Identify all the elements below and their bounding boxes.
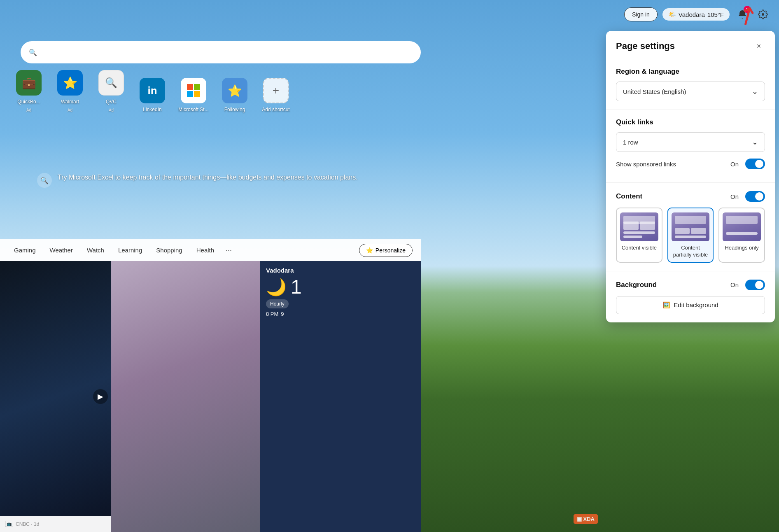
tab-health[interactable]: Health <box>191 243 220 257</box>
card1-source: 📺 CNBC · 1d <box>5 521 106 527</box>
content-option-visible[interactable]: Content visible <box>616 208 662 263</box>
tab-learning[interactable]: Learning <box>112 243 148 257</box>
line3 <box>675 236 707 238</box>
quick-link-add-label: Add shortcut <box>262 107 289 112</box>
sponsored-label: Show sponsored links <box>616 161 676 168</box>
quick-link-microsoft[interactable]: Microsoft St... <box>177 78 210 112</box>
svg-rect-3 <box>194 84 200 90</box>
vadodara-weather-icon: 🌙 <box>266 278 287 297</box>
weather-time-label: 8 PM <box>266 311 278 317</box>
panel-header: Page settings × <box>606 31 775 59</box>
region-label: Region & language <box>616 68 765 76</box>
line2 <box>623 236 642 238</box>
quick-link-walmart-sublabel: Ad <box>68 108 72 112</box>
vadodara-temp: 1 <box>291 277 302 297</box>
line4 <box>726 232 758 235</box>
header-bar: Sign in 🌤️ Vadodara 105°F 8 <box>0 0 779 29</box>
quick-links-dropdown[interactable]: 1 row ⌄ <box>616 132 765 152</box>
quick-link-linkedin-label: LinkedIn <box>143 107 161 112</box>
tab-shopping[interactable]: Shopping <box>150 243 188 257</box>
quickbo-icon: 💼 <box>16 70 42 96</box>
vadodara-title: Vadodara <box>266 267 415 274</box>
svg-rect-5 <box>194 91 200 97</box>
quick-link-walmart[interactable]: ⭐ Walmart Ad <box>54 70 86 112</box>
quick-link-microsoft-label: Microsoft St... <box>178 107 208 112</box>
weather-city: Vadodara <box>679 11 705 18</box>
search-icon: 🔍 <box>29 49 37 56</box>
quick-link-walmart-label: Walmart <box>61 99 79 105</box>
weather-time-label2: 9 <box>281 311 284 317</box>
cnbc-logo: 📺 <box>5 521 13 527</box>
weather-widget[interactable]: 🌤️ Vadodara 105°F <box>662 8 730 21</box>
tabs-bar: Gaming Weather Watch Learning Shopping H… <box>0 239 421 261</box>
content-visible-lines <box>623 222 655 238</box>
content-partial-label: Content partially visible <box>672 245 710 259</box>
vadodara-weather-panel: Vadodara 🌙 1 Hourly 8 PM 9 <box>260 261 421 532</box>
hourly-button[interactable]: Hourly <box>266 299 289 308</box>
background-label: Background <box>616 281 657 289</box>
background-toggle-group: On <box>730 280 765 290</box>
tab-gaming[interactable]: Gaming <box>8 243 42 257</box>
background-section: Background On 🖼️ Edit background <box>606 271 775 322</box>
following-icon: ⭐ <box>222 78 247 103</box>
quick-links-section: Quick links 1 row ⌄ Show sponsored links… <box>606 110 775 183</box>
tab-weather[interactable]: Weather <box>44 243 79 257</box>
content-headings-lines <box>726 232 758 235</box>
add-shortcut-icon: + <box>263 78 289 103</box>
region-value: United States (English) <box>623 88 686 95</box>
qvc-icon: 🔍 <box>98 70 124 96</box>
content-visible-label: Content visible <box>622 245 657 252</box>
quick-link-following-label: Following <box>224 107 245 112</box>
quick-link-linkedin[interactable]: in LinkedIn <box>136 78 169 112</box>
quick-links-value: 1 row <box>623 139 638 146</box>
personalize-label: Personalize <box>376 247 406 254</box>
background-toggle[interactable] <box>745 280 765 290</box>
quick-link-qvc-sublabel: Ad <box>109 108 114 112</box>
settings-panel: Page settings × Region & language United… <box>606 31 775 322</box>
weather-temp: 105°F <box>707 11 724 18</box>
quick-link-qvc[interactable]: 🔍 QVC Ad <box>95 70 128 112</box>
content-toggle[interactable] <box>745 191 765 202</box>
quick-link-qvc-label: QVC <box>106 99 117 105</box>
quick-links-bar: 💼 QuickBo... Ad ⭐ Walmart Ad 🔍 QVC Ad in… <box>8 66 421 117</box>
background-header-row: Background On <box>616 280 765 290</box>
quick-link-following[interactable]: ⭐ Following <box>218 78 251 112</box>
sign-in-button[interactable]: Sign in <box>624 7 658 21</box>
content-partial-lines <box>675 228 707 238</box>
quick-links-section-label: Quick links <box>616 118 765 126</box>
content-partial-thumb <box>672 212 710 241</box>
weather-time-row: 8 PM 9 <box>266 311 415 317</box>
tabs-more-button[interactable]: ··· <box>222 244 235 256</box>
content-option-headings[interactable]: Headings only <box>718 208 765 263</box>
content-label: Content <box>616 192 642 201</box>
tab-watch[interactable]: Watch <box>81 243 110 257</box>
edit-background-button[interactable]: 🖼️ Edit background <box>616 296 765 314</box>
background-status: On <box>730 281 739 288</box>
line1 <box>623 231 655 234</box>
chevron-down-icon: ⌄ <box>752 87 758 96</box>
xda-text: XDA <box>583 516 595 522</box>
content-area: 📺 CNBC · 1d ▶ Vadodara 🌙 1 Hourly 8 PM 9 <box>0 261 421 532</box>
content-header-row: Content On <box>616 191 765 202</box>
star-icon: ⭐ <box>366 247 373 254</box>
personalize-button[interactable]: ⭐ Personalize <box>359 244 413 257</box>
chevron-down-icon-2: ⌄ <box>752 138 758 147</box>
panel-close-button[interactable]: × <box>753 40 765 52</box>
sponsored-links-row: Show sponsored links On <box>616 159 765 169</box>
svg-rect-4 <box>187 91 193 97</box>
xda-logo-icon: ▣ <box>577 516 582 522</box>
content-card-2 <box>111 261 260 532</box>
region-dropdown[interactable]: United States (English) ⌄ <box>616 82 765 101</box>
linkedin-icon: in <box>140 78 165 103</box>
content-status: On <box>730 193 739 200</box>
card1-nav-arrow[interactable]: ▶ <box>93 389 108 404</box>
panel-title: Page settings <box>616 41 675 51</box>
quick-link-quickbo[interactable]: 💼 QuickBo... Ad <box>12 70 45 112</box>
content-option-partial[interactable]: Content partially visible <box>667 208 714 263</box>
content-headings-thumb <box>723 212 761 241</box>
svg-rect-2 <box>187 84 193 90</box>
weather-icon: 🌤️ <box>668 11 676 18</box>
quick-link-add-shortcut[interactable]: + Add shortcut <box>259 78 292 112</box>
sponsored-toggle[interactable] <box>745 159 765 169</box>
quick-link-quickbo-sublabel: Ad <box>26 108 31 112</box>
